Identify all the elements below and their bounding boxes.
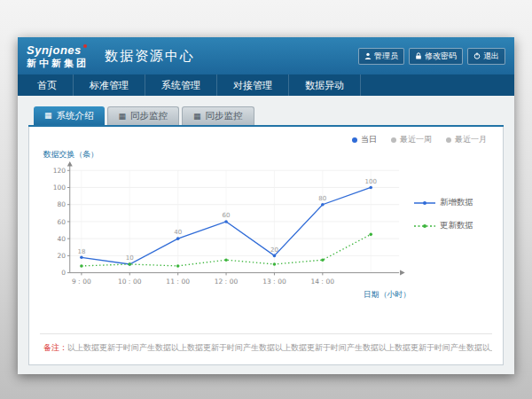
nav-item-interface-mgmt[interactable]: 对接管理	[217, 74, 289, 96]
logo-wordmark: Synjones	[27, 43, 82, 57]
lock-icon	[415, 52, 422, 59]
admin-button-label: 管理员	[374, 51, 398, 62]
main-nav: 首页 标准管理 系统管理 对接管理 数据异动	[18, 74, 514, 96]
svg-text:20: 20	[270, 246, 278, 254]
tab-bar: ▦ 系统介绍 ▦ 同步监控 ▦ 同步监控	[28, 106, 504, 127]
legend-update-data: 更新数据	[414, 220, 492, 231]
svg-text:数据交换（条）: 数据交换（条）	[43, 150, 98, 159]
user-icon	[364, 52, 372, 59]
svg-text:0: 0	[61, 269, 66, 277]
svg-text:100: 100	[365, 177, 377, 185]
time-filter-legend: 当日 最近一周 最近一月	[40, 134, 492, 145]
grid-icon: ▦	[119, 113, 127, 121]
desktop-background: Synjones 新中新集团 数据资源中心 管理员 修改密码 退出	[0, 0, 532, 399]
legend-new-data: 新增数据	[414, 197, 492, 208]
filter-today-label: 当日	[361, 134, 377, 145]
svg-text:40: 40	[174, 228, 182, 236]
page-title: 数据资源中心	[105, 48, 195, 65]
svg-text:80: 80	[58, 200, 66, 208]
header-actions: 管理员 修改密码 退出	[358, 48, 505, 65]
power-icon	[473, 52, 481, 59]
svg-text:12：00: 12：00	[215, 278, 239, 286]
series-legend: 新增数据 更新数据	[414, 197, 492, 251]
tab-sync-monitor-2-label: 同步监控	[206, 110, 243, 122]
nav-item-system-mgmt[interactable]: 系统管理	[145, 74, 217, 96]
dot-icon	[352, 137, 357, 143]
filter-last-week-label: 最近一周	[400, 134, 432, 145]
svg-text:日期（小时）: 日期（小时）	[364, 290, 411, 299]
svg-text:10：00: 10：00	[118, 278, 142, 286]
svg-text:60: 60	[223, 211, 231, 219]
svg-text:20: 20	[58, 252, 66, 260]
grid-icon: ▦	[193, 113, 201, 121]
dot-icon	[391, 137, 396, 143]
footnote: 备注：以上数据更新于时间产生数据以上数据更新于时间产生数据以上数据更新于时间产生…	[40, 333, 492, 356]
admin-button[interactable]: 管理员	[358, 48, 404, 65]
svg-text:80: 80	[318, 194, 326, 202]
grid-icon: ▦	[44, 112, 52, 120]
svg-text:60: 60	[58, 218, 66, 226]
content-area: ▦ 系统介绍 ▦ 同步监控 ▦ 同步监控 当日	[18, 96, 514, 374]
footnote-label: 备注：	[43, 343, 67, 352]
logo-subtext: 新中新集团	[27, 59, 89, 68]
svg-text:18: 18	[77, 247, 85, 255]
svg-text:100: 100	[53, 184, 66, 192]
tab-sync-monitor-1-label: 同步监控	[130, 110, 168, 122]
svg-text:40: 40	[58, 235, 66, 243]
svg-text:14：00: 14：00	[311, 278, 335, 286]
app-header: Synjones 新中新集团 数据资源中心 管理员 修改密码 退出	[18, 37, 514, 74]
app-window: Synjones 新中新集团 数据资源中心 管理员 修改密码 退出	[18, 37, 514, 374]
tab-sync-monitor-2[interactable]: ▦ 同步监控	[182, 106, 254, 125]
tab-system-intro[interactable]: ▦ 系统介绍	[34, 106, 105, 125]
legend-update-data-label: 更新数据	[440, 220, 473, 231]
svg-text:120: 120	[53, 167, 66, 175]
svg-text:11：00: 11：00	[166, 278, 190, 286]
dotted-line-icon	[414, 221, 435, 231]
filter-last-month-label: 最近一月	[455, 134, 487, 145]
dot-icon	[446, 137, 451, 143]
logo: Synjones 新中新集团	[27, 44, 89, 68]
footnote-text: 以上数据更新于时间产生数据以上数据更新于时间产生数据以上数据更新于时间产生数据以…	[67, 343, 492, 352]
svg-text:13：00: 13：00	[262, 278, 286, 286]
line-chart: 0204060801001209：0010：0011：0012：0013：001…	[40, 147, 414, 301]
change-password-button[interactable]: 修改密码	[409, 48, 463, 65]
legend-new-data-label: 新增数据	[440, 197, 473, 208]
logout-button-label: 退出	[483, 51, 499, 62]
logo-dot-icon	[83, 44, 87, 48]
svg-text:10: 10	[126, 254, 134, 262]
logout-button[interactable]: 退出	[467, 48, 505, 65]
tab-sync-monitor-1[interactable]: ▦ 同步监控	[107, 106, 180, 125]
filter-today[interactable]: 当日	[352, 134, 377, 145]
logo-text: Synjones	[27, 44, 89, 56]
chart-panel: 当日 最近一周 最近一月 0204060801001209：0010：0011：…	[28, 127, 504, 365]
nav-item-data-change[interactable]: 数据异动	[289, 74, 361, 96]
chart-row: 0204060801001209：0010：0011：0012：0013：001…	[40, 147, 492, 301]
solid-line-icon	[414, 198, 435, 207]
filter-last-month[interactable]: 最近一月	[446, 134, 487, 145]
nav-item-standard-mgmt[interactable]: 标准管理	[74, 74, 145, 96]
tab-system-intro-label: 系统介绍	[57, 110, 94, 122]
nav-item-home[interactable]: 首页	[21, 74, 74, 96]
filter-last-week[interactable]: 最近一周	[391, 134, 432, 145]
change-password-button-label: 修改密码	[425, 51, 457, 62]
svg-text:9：00: 9：00	[72, 278, 91, 286]
